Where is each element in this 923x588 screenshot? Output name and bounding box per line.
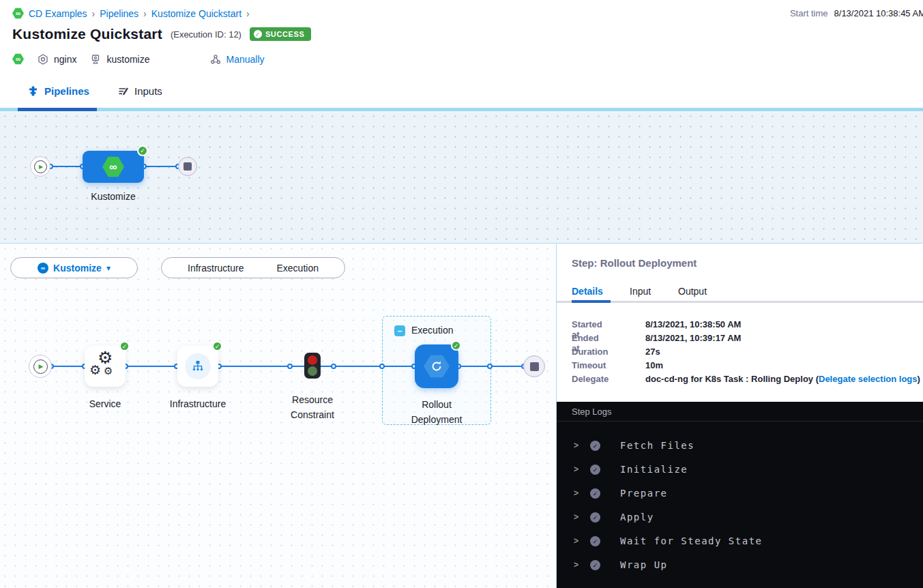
execution-group-label: Execution [411, 325, 453, 336]
pipeline-execution-page: ∞ CD Examples › Pipelines › Kustomize Qu… [0, 0, 923, 588]
breadcrumb-cd-examples[interactable]: CD Examples [29, 8, 87, 19]
chevron-right-icon: > [574, 441, 578, 450]
infrastructure-icon-bg [185, 353, 211, 379]
detail-label: Delegate [572, 374, 609, 384]
tab-details[interactable]: Details [572, 286, 603, 297]
detail-value: 8/13/2021, 10:39:17 AM [645, 333, 741, 343]
breadcrumb: ∞ CD Examples › Pipelines › Kustomize Qu… [12, 8, 250, 19]
environment-tag: kustomize [90, 54, 149, 65]
log-section-wrap-up[interactable]: > ✓ Wrap Up [557, 559, 923, 572]
harness-cd-icon: ∞ [102, 156, 124, 178]
log-section-label: Wait for Steady State [620, 535, 763, 546]
connector-dot [331, 364, 336, 369]
chevron-right-icon: > [574, 560, 578, 570]
stage-graph-canvas: ▶ ∞ ✓ Kustomize [0, 111, 923, 243]
execution-end-node[interactable] [523, 355, 545, 377]
caret-down-icon: ▾ [106, 263, 111, 273]
environment-icon [90, 54, 101, 65]
stage-selector-label: Kustomize [53, 263, 102, 274]
chevron-right-icon: > [574, 536, 578, 546]
step-node-service[interactable]: ⚙ ⚙ ⚙ ✓ [85, 346, 126, 387]
view-toggle: Infrastructure Execution [161, 257, 345, 278]
pipeline-end-node[interactable] [178, 157, 197, 176]
step-logs-panel: Step Logs > ✓ Fetch Files > ✓ Initialize… [557, 402, 923, 588]
success-check-icon: ✓ [119, 341, 130, 351]
toggle-infrastructure[interactable]: Infrastructure [188, 263, 244, 274]
stage-node-kustomize[interactable]: ∞ ✓ [83, 151, 144, 183]
execution-graph-canvas: ∞ Kustomize ▾ Infrastructure Execution –… [0, 244, 556, 588]
breadcrumb-pipelines[interactable]: Pipelines [100, 8, 138, 19]
delegate-selection-logs-link[interactable]: Delegate selection logs [819, 374, 918, 384]
traffic-light-green [308, 366, 317, 376]
detail-label: Timeout [572, 360, 606, 370]
stage-connector [50, 166, 83, 167]
step-label-resource-constraint: Resource Constraint [278, 392, 347, 422]
stage-label: Kustomize [76, 189, 151, 204]
detail-value: 10m [645, 360, 663, 370]
check-icon: ✓ [254, 30, 262, 38]
execution-id: (Execution ID: 12) [171, 29, 241, 40]
tab-inputs[interactable]: Inputs [117, 85, 162, 97]
step-logs-title: Step Logs [572, 407, 612, 417]
chevron-right-icon: › [246, 8, 250, 19]
harness-cd-icon: ∞ [12, 53, 24, 65]
trigger-tag: Manually [210, 54, 265, 65]
pipelines-icon [27, 85, 39, 97]
success-check-icon: ✓ [590, 560, 600, 570]
step-node-resource-constraint[interactable] [304, 353, 321, 379]
log-section-apply[interactable]: > ✓ Apply [557, 511, 923, 525]
breadcrumb-kustomize-quickstart[interactable]: Kustomize Quickstart [151, 8, 241, 19]
step-details-panel: Step: Rollout Deployment Details Input O… [556, 244, 923, 588]
log-section-prepare[interactable]: > ✓ Prepare [557, 487, 923, 501]
play-icon: ▶ [34, 160, 47, 173]
success-check-icon: ✓ [451, 340, 461, 351]
meta-row: ∞ nginx kustomize Manually [12, 53, 265, 65]
panel-tab-track [557, 301, 923, 303]
success-check-icon: ✓ [590, 512, 600, 523]
trigger-icon [210, 54, 221, 65]
trigger-manually-link[interactable]: Manually [226, 54, 265, 65]
detail-label: Duration [572, 347, 608, 357]
log-section-label: Apply [620, 512, 654, 523]
play-icon: ▶ [33, 359, 48, 374]
tab-pipelines[interactable]: Pipelines [27, 85, 89, 97]
success-check-icon: ✓ [590, 536, 600, 546]
stage-connector [143, 166, 179, 167]
status-badge-label: SUCCESS [265, 30, 304, 38]
execution-start-node[interactable]: ▶ [29, 355, 52, 378]
stage-selector-dropdown[interactable]: ∞ Kustomize ▾ [10, 257, 138, 278]
step-panel-title: Step: Rollout Deployment [572, 257, 697, 269]
log-section-label: Prepare [620, 488, 668, 499]
tab-input[interactable]: Input [630, 286, 651, 297]
step-node-rollout-deployment[interactable]: ✓ [415, 344, 458, 388]
toggle-execution[interactable]: Execution [277, 263, 319, 274]
log-section-initialize[interactable]: > ✓ Initialize [557, 463, 923, 477]
hierarchy-icon [191, 359, 205, 373]
detail-value: 8/13/2021, 10:38:50 AM [645, 319, 741, 329]
stop-icon [184, 162, 192, 171]
success-check-icon: ✓ [212, 341, 222, 351]
page-title: Kustomize Quickstart [12, 26, 162, 42]
step-node-infrastructure[interactable]: ✓ [177, 346, 218, 387]
success-check-icon: ✓ [590, 441, 600, 451]
connector-dot [379, 364, 385, 369]
collapse-group-button[interactable]: – [394, 325, 405, 336]
detail-value: 27s [645, 347, 660, 357]
chevron-right-icon: › [143, 8, 147, 19]
success-check-icon: ✓ [590, 488, 600, 499]
pipeline-start-node[interactable]: ▶ [30, 156, 50, 177]
log-section-label: Initialize [620, 464, 688, 475]
log-section-wait-for-steady-state[interactable]: > ✓ Wait for Steady State [557, 535, 923, 548]
success-check-icon: ✓ [590, 465, 600, 475]
step-label-infrastructure: Infrastructure [156, 396, 240, 411]
service-name: nginx [54, 54, 76, 65]
chevron-right-icon: › [92, 8, 96, 19]
delegate-text: doc-cd-ng for K8s Task : Rolling Deploy … [645, 374, 819, 384]
tab-output[interactable]: Output [678, 286, 707, 297]
start-time: Start time 8/13/2021 10:38:45 AM [790, 8, 923, 18]
tab-pipelines-label: Pipelines [44, 85, 89, 97]
log-section-fetch-files[interactable]: > ✓ Fetch Files [557, 439, 923, 453]
start-time-value: 8/13/2021 10:38:45 AM [834, 8, 923, 18]
chevron-right-icon: > [574, 488, 578, 498]
detail-value: doc-cd-ng for K8s Task : Rolling Deploy … [645, 374, 920, 384]
